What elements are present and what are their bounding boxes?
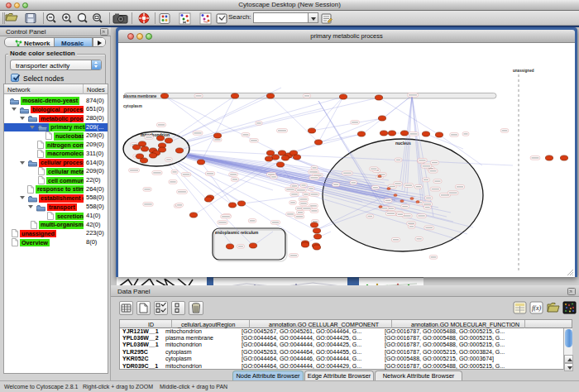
svg-text:cytoplasm: cytoplasm: [123, 104, 142, 108]
svg-text:nucleus: nucleus: [395, 141, 411, 146]
svg-text:f(x): f(x): [532, 304, 541, 312]
svg-text:unassigned: unassigned: [513, 69, 534, 73]
svg-text:plasma membrane: plasma membrane: [123, 94, 157, 98]
